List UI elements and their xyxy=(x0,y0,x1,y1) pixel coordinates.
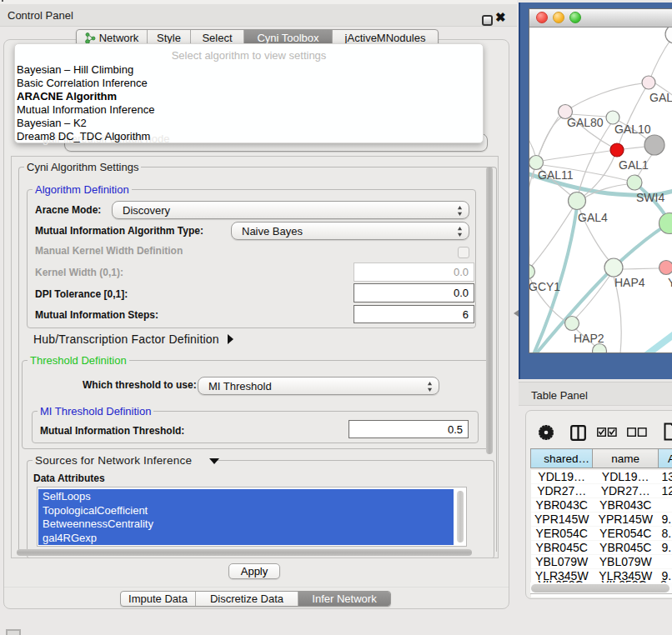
svg-text:GAL4: GAL4 xyxy=(578,211,608,224)
svg-text:GAL1: GAL1 xyxy=(619,158,649,172)
svg-text:GAL11: GAL11 xyxy=(538,168,574,182)
svg-text:GAL7: GAL7 xyxy=(649,91,672,104)
svg-text:GAL80: GAL80 xyxy=(567,116,604,129)
svg-text:SWI4: SWI4 xyxy=(636,191,664,204)
svg-text:HAP2: HAP2 xyxy=(574,332,604,345)
svg-text:YD: YD xyxy=(668,276,672,289)
svg-text:HAP4: HAP4 xyxy=(614,276,645,289)
svg-text:GCY1: GCY1 xyxy=(529,280,560,293)
svg-text:GAL10: GAL10 xyxy=(614,122,651,136)
